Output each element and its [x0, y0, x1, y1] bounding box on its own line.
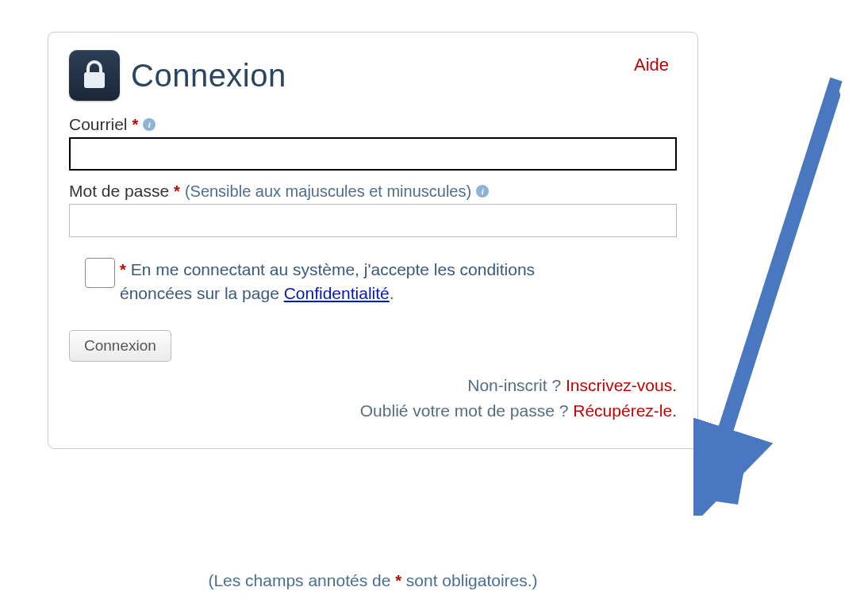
- title-wrap: Connexion: [69, 50, 286, 101]
- consent-text-b: .: [390, 284, 394, 302]
- email-label: Courriel: [69, 115, 128, 134]
- svg-marker-5: [698, 449, 741, 497]
- consent-row: * En me connectant au système, j'accepte…: [85, 258, 677, 306]
- note-part-a: (Les champs annotés de: [208, 571, 395, 589]
- privacy-link[interactable]: Confidentialité: [284, 284, 390, 302]
- required-fields-note: (Les champs annotés de * sont obligatoir…: [48, 571, 698, 590]
- lock-icon: [69, 50, 120, 101]
- svg-rect-0: [84, 72, 105, 88]
- required-star: *: [120, 261, 126, 278]
- annotation-arrow-icon: [698, 79, 857, 508]
- register-row: Non-inscrit ? Inscrivez-vous.: [69, 373, 677, 399]
- svg-line-1: [714, 95, 833, 468]
- forgot-question: Oublié votre mot de passe ?: [360, 401, 573, 420]
- password-field-block: Mot de passe* (Sensible aux majuscules e…: [69, 182, 677, 237]
- svg-marker-3: [698, 452, 742, 492]
- password-input[interactable]: [69, 204, 677, 237]
- note-part-b: sont obligatoires.): [401, 571, 538, 589]
- page-title: Connexion: [131, 58, 286, 94]
- login-button[interactable]: Connexion: [69, 330, 171, 362]
- required-star: *: [133, 116, 139, 134]
- email-field-block: Courriel* i: [69, 115, 677, 171]
- help-link[interactable]: Aide: [634, 55, 669, 75]
- password-label-row: Mot de passe* (Sensible aux majuscules e…: [69, 182, 677, 201]
- svg-marker-2: [698, 444, 739, 474]
- svg-marker-4: [705, 460, 746, 505]
- info-icon[interactable]: i: [476, 185, 489, 198]
- password-hint: (Sensible aux majuscules et minuscules): [185, 182, 471, 201]
- forgot-row: Oublié votre mot de passe ? Récupérez-le…: [69, 398, 677, 424]
- required-star: *: [174, 182, 180, 201]
- info-icon[interactable]: i: [143, 118, 156, 131]
- email-input[interactable]: [69, 137, 677, 171]
- login-panel: Connexion Aide Courriel* i Mot de passe*…: [48, 32, 698, 449]
- required-star: *: [395, 572, 401, 589]
- password-label: Mot de passe: [69, 182, 169, 201]
- footer-links: Non-inscrit ? Inscrivez-vous. Oublié vot…: [69, 373, 677, 424]
- svg-line-7: [709, 79, 836, 476]
- consent-text: * En me connectant au système, j'accepte…: [120, 258, 596, 306]
- register-question: Non-inscrit ?: [467, 376, 566, 394]
- panel-header: Connexion Aide: [69, 50, 677, 101]
- forgot-link[interactable]: Récupérez-le.: [573, 401, 677, 420]
- annotation-arrow-icon: [693, 71, 860, 516]
- register-link[interactable]: Inscrivez-vous.: [566, 376, 677, 394]
- email-label-row: Courriel* i: [69, 115, 677, 134]
- consent-checkbox[interactable]: [85, 258, 115, 288]
